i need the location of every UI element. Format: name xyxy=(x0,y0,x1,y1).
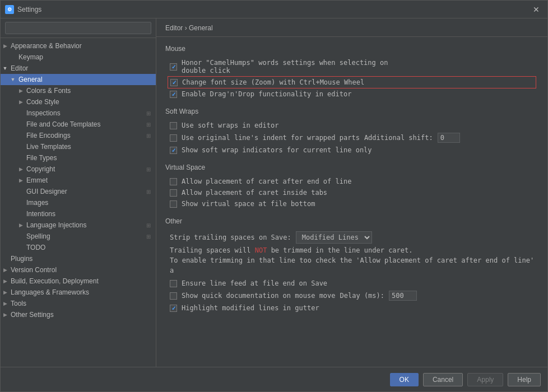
tree: ▶Appearance & BehaviorKeymap▼Editor▼Gene… xyxy=(1,38,156,367)
checkbox-zoom[interactable] xyxy=(170,79,178,86)
sidebar-item-appearance[interactable]: ▶Appearance & Behavior xyxy=(1,40,156,52)
sidebar-item-file-code-templates[interactable]: File and Code Templates⊞ xyxy=(1,119,156,130)
setting-quick-doc-text: Show quick documentation on mouse move xyxy=(182,292,336,300)
close-button[interactable]: ✕ xyxy=(530,4,543,15)
delay-label: Delay (ms): xyxy=(340,292,384,300)
sidebar-item-language-injections[interactable]: ▶Language Injections⊞ xyxy=(1,220,156,231)
sidebar-item-todo[interactable]: TODO xyxy=(1,242,156,253)
bottom-bar: OK Cancel Apply Help xyxy=(1,367,547,391)
sidebar-item-build-execution[interactable]: ▶Build, Execution, Deployment xyxy=(1,276,156,287)
sidebar-item-languages-frameworks[interactable]: ▶Languages & Frameworks xyxy=(1,287,156,298)
search-input[interactable] xyxy=(5,22,151,34)
cancel-button[interactable]: Cancel xyxy=(423,373,463,386)
apply-button[interactable]: Apply xyxy=(467,373,503,386)
checkbox-highlight-modified[interactable] xyxy=(170,305,177,312)
tree-item-label: Version Control xyxy=(10,266,156,274)
trailing-info-line2: To enable trimming in that line too chec… xyxy=(170,256,534,274)
tree-item-label: Spelling xyxy=(25,232,143,240)
sidebar-item-spelling[interactable]: Spelling⊞ xyxy=(1,231,156,242)
checkbox-caret-after-end[interactable] xyxy=(170,178,177,185)
checkbox-camel-humps[interactable] xyxy=(170,63,177,71)
setting-highlight-modified-text: Highlight modified lines in gutter xyxy=(182,304,319,312)
sidebar-item-emmet[interactable]: ▶Emmet xyxy=(1,175,156,186)
trailing-not-text: NOT xyxy=(255,246,267,254)
ok-button[interactable]: OK xyxy=(390,373,419,386)
checkbox-use-soft-wraps[interactable] xyxy=(170,122,177,129)
checkbox-drag-drop[interactable] xyxy=(170,91,177,98)
tree-item-label: Emmet xyxy=(25,176,156,184)
tree-arrow-collapsed: ▶ xyxy=(16,86,25,95)
sidebar-item-file-types[interactable]: File Types xyxy=(1,152,156,164)
sidebar-item-general[interactable]: ▼General xyxy=(1,74,156,85)
checkbox-quick-doc[interactable] xyxy=(170,292,177,300)
sidebar-item-gui-designer[interactable]: GUI Designer⊞ xyxy=(1,186,156,197)
sidebar-item-inspections[interactable]: Inspections⊞ xyxy=(1,108,156,119)
sidebar-item-keymap[interactable]: Keymap xyxy=(1,52,156,63)
setting-soft-wrap-indicators-text: Show soft wrap indicators for current li… xyxy=(182,146,372,154)
sidebar-item-plugins[interactable]: Plugins xyxy=(1,253,156,264)
tree-arrow-none xyxy=(16,187,25,196)
tree-arrow-collapsed: ▶ xyxy=(1,288,10,297)
checkbox-caret-inside-tabs[interactable] xyxy=(170,189,177,197)
title-bar: ⚙ Settings ✕ xyxy=(1,1,547,18)
other-section-label: Other xyxy=(165,217,538,225)
setting-zoom: Change font size (Zoom) with Ctrl+Mouse … xyxy=(168,76,536,88)
tree-arrow-none xyxy=(16,243,25,252)
tree-item-label: Editor xyxy=(10,64,156,72)
sidebar-item-editor[interactable]: ▼Editor xyxy=(1,63,156,74)
tree-item-label: Tools xyxy=(10,300,156,307)
sidebar-item-copyright[interactable]: ▶Copyright⊞ xyxy=(1,164,156,175)
setting-caret-inside-tabs-text: Allow placement of caret inside tabs xyxy=(182,189,327,197)
sidebar-item-tools[interactable]: ▶Tools xyxy=(1,298,156,309)
tree-arrow-none xyxy=(1,254,10,263)
setting-camel-humps-text: Honor "CamelHumps" words settings when s… xyxy=(182,59,388,74)
tree-item-label: Copyright xyxy=(25,165,143,173)
tree-item-label: Images xyxy=(25,199,156,207)
sidebar-item-version-control[interactable]: ▶Version Control xyxy=(1,264,156,276)
tree-item-label: Other Settings xyxy=(10,311,156,319)
checkbox-line-feed[interactable] xyxy=(170,280,177,287)
tree-arrow-collapsed: ▶ xyxy=(1,265,10,274)
sidebar-item-file-encodings[interactable]: File Encodings⊞ xyxy=(1,130,156,141)
sidebar-item-intentions[interactable]: Intentions xyxy=(1,208,156,220)
setting-original-indent-text: Use original line's indent for wrapped p… xyxy=(182,134,360,142)
delay-input[interactable] xyxy=(389,291,417,301)
tree-item-label: Plugins xyxy=(10,255,156,263)
strip-trailing-row: Strip trailing spaces on Save: Modified … xyxy=(170,230,538,245)
trailing-info: Trailing spaces will NOT be trimmed in t… xyxy=(170,245,538,276)
sidebar-item-code-style[interactable]: ▶Code Style xyxy=(1,96,156,108)
tree-item-label: Language Injections xyxy=(25,221,143,229)
tree-arrow-collapsed: ▶ xyxy=(1,277,10,286)
setting-zoom-text: Change font size (Zoom) with Ctrl+Mouse … xyxy=(182,78,364,86)
tree-arrow-collapsed: ▶ xyxy=(1,299,10,308)
settings-content: Mouse Honor "CamelHumps" words settings … xyxy=(156,37,547,367)
tree-icon-right: ⊞ xyxy=(143,131,154,140)
right-panel: Editor › General Mouse Honor "CamelHumps… xyxy=(156,18,547,367)
sidebar-item-colors-fonts[interactable]: ▶Colors & Fonts xyxy=(1,85,156,96)
strip-trailing-dropdown[interactable]: Modified Lines All None xyxy=(296,231,372,244)
sidebar-item-images[interactable]: Images xyxy=(1,197,156,208)
setting-virtual-space-bottom: Show virtual space at file bottom xyxy=(170,198,538,209)
checkbox-soft-wrap-indicators[interactable] xyxy=(170,147,177,154)
tree-icon-right: ⊞ xyxy=(143,187,154,196)
sidebar-item-other-settings[interactable]: ▶Other Settings xyxy=(1,309,156,320)
help-button[interactable]: Help xyxy=(508,373,541,386)
tree-arrow-expanded: ▼ xyxy=(1,64,10,73)
settings-window: ⚙ Settings ✕ ▶Appearance & BehaviorKeyma… xyxy=(0,0,548,392)
additional-shift-input[interactable] xyxy=(438,133,460,143)
tree-item-label: Keymap xyxy=(17,53,156,61)
setting-drag-drop: Enable Drag'n'Drop functionality in edit… xyxy=(170,88,538,100)
tree-item-label: Build, Execution, Deployment xyxy=(10,277,156,285)
tree-arrow-none xyxy=(16,120,25,129)
sidebar-item-live-templates[interactable]: Live Templates xyxy=(1,141,156,152)
checkbox-virtual-space-bottom[interactable] xyxy=(170,200,177,208)
tree-icon-right: ⊞ xyxy=(143,221,154,230)
tree-arrow-collapsed: ▶ xyxy=(16,165,25,174)
tree-arrow-none xyxy=(16,109,25,118)
app-icon: ⚙ xyxy=(5,5,14,14)
setting-virtual-space-bottom-text: Show virtual space at file bottom xyxy=(182,200,315,208)
checkbox-original-indent[interactable] xyxy=(170,134,177,142)
tree-item-label: Appearance & Behavior xyxy=(10,42,156,50)
tree-item-label: TODO xyxy=(25,244,156,251)
tree-icon-right: ⊞ xyxy=(143,120,154,129)
